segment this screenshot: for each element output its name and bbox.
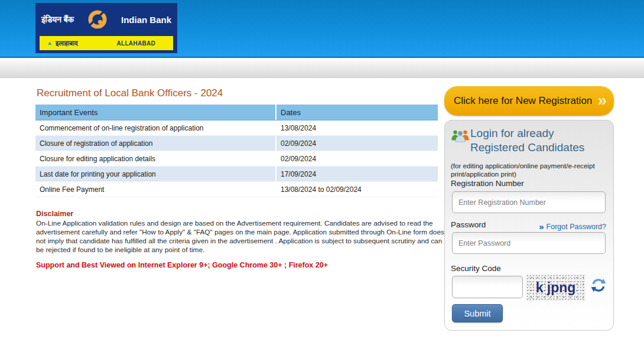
disclaimer-body: On-Line Application validation rules and… [36, 219, 446, 255]
gloss-divider-bar [0, 58, 644, 78]
city-hindi-text: इलाहाबाद [56, 40, 78, 47]
page-root: इंडियन बैंक Indian Bank ▲ इलाहाबाद ALLAH… [0, 0, 644, 362]
password-label: Password [451, 220, 486, 229]
event-cell: Commencement of on-line registration of … [35, 120, 277, 135]
table-row: Closure of registration of application 0… [35, 136, 438, 151]
bank-logo-row: इंडियन बैंक Indian Bank [35, 3, 177, 36]
top-banner: इंडियन बैंक Indian Bank ▲ इलाहाबाद ALLAH… [0, 0, 644, 58]
date-cell: 13/08/2024 to 02/09/2024 [277, 182, 438, 197]
event-cell: Online Fee Payment [35, 182, 277, 197]
table-row: Last date for printing your application … [35, 167, 438, 182]
browser-support-note: Support and Best Viewed on Internet Expl… [36, 261, 328, 269]
city-name-english: ALLAHABAD [117, 40, 155, 47]
double-chevron-icon: » [597, 92, 607, 109]
security-code-input[interactable] [452, 276, 523, 298]
refresh-captcha-icon[interactable] [591, 278, 606, 293]
table-header-events: Important Events [35, 105, 277, 120]
event-cell: Closure of registration of application [35, 136, 277, 151]
table-header-row: Important Events Dates [35, 105, 438, 120]
password-input[interactable] [452, 232, 606, 254]
event-cell: Last date for printing your application [35, 167, 277, 181]
forgot-password-link[interactable]: » Forgot Password? [539, 221, 606, 231]
login-heading-line2: Registered Candidates [470, 141, 584, 155]
users-group-icon [451, 128, 470, 144]
indian-bank-logo-icon [86, 8, 109, 31]
new-registration-button[interactable]: Click here for New Registration » [444, 86, 614, 116]
disclaimer-heading: Disclaimer [36, 210, 73, 218]
bank-name-hindi: इंडियन बैंक [41, 15, 74, 25]
login-heading: Login for already Registered Candidates [470, 126, 584, 155]
bank-logo-box: इंडियन बैंक Indian Bank ▲ इलाहाबाद ALLAH… [35, 3, 177, 53]
captcha-image: k jpng [526, 274, 586, 301]
date-cell: 02/09/2024 [277, 136, 438, 151]
submit-button[interactable]: Submit [452, 304, 503, 322]
triangle-icon: ▲ [47, 40, 53, 46]
registration-number-input[interactable] [452, 191, 606, 213]
allahabad-strip: ▲ इलाहाबाद ALLAHABAD [40, 36, 173, 50]
city-name-hindi: ▲ इलाहाबाद [47, 40, 78, 47]
date-cell: 13/08/2024 [277, 120, 438, 135]
table-header-dates: Dates [277, 105, 438, 120]
bank-name-english: Indian Bank [121, 15, 171, 25]
login-heading-line1: Login for already [470, 126, 584, 141]
event-cell: Closure for editing application details [35, 151, 277, 166]
login-note: (for editing application/online payment/… [451, 162, 612, 178]
login-panel: Login for already Registered Candidates … [444, 120, 614, 331]
security-code-label: Security Code [451, 264, 501, 273]
table-row: Online Fee Payment 13/08/2024 to 02/09/2… [35, 182, 438, 197]
new-registration-label: Click here for New Registration [454, 95, 592, 107]
table-row: Closure for editing application details … [35, 151, 438, 167]
chevron-right-icon: » [539, 221, 544, 231]
captcha-text: k jpng [536, 280, 576, 296]
forgot-password-label: Forgot Password? [547, 223, 606, 231]
important-events-table: Important Events Dates Commencement of o… [35, 105, 438, 197]
page-title: Recruitment of Local Bank Officers - 202… [37, 87, 223, 99]
table-row: Commencement of on-line registration of … [35, 120, 438, 136]
date-cell: 17/09/2024 [277, 167, 438, 181]
registration-number-label: Registration Number [451, 179, 524, 188]
date-cell: 02/09/2024 [277, 151, 438, 166]
